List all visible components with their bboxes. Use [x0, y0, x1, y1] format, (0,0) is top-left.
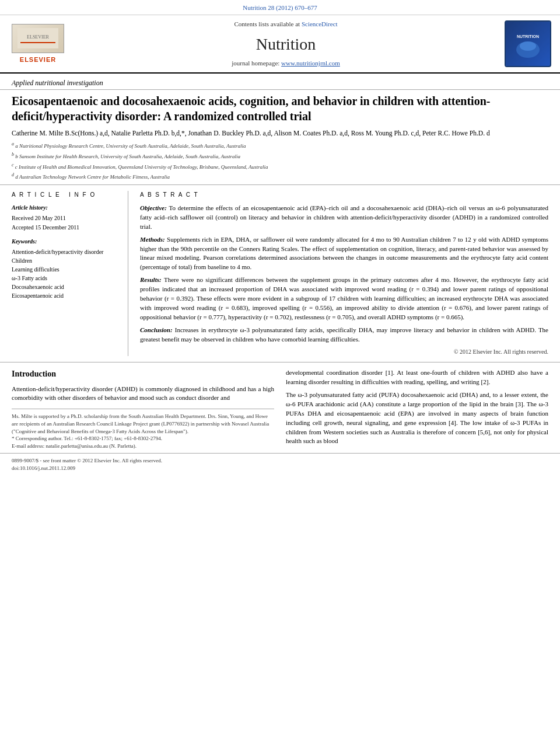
article-type: Applied nutritional investigation	[0, 74, 560, 90]
svg-text:ELSEVIER: ELSEVIER	[27, 34, 49, 40]
left-col: A R T I C L E I N F O Article history: R…	[12, 191, 128, 356]
keyword-6: Eicosapentaenoic acid	[12, 292, 119, 300]
methods-label: Methods:	[140, 236, 165, 243]
intro-right: developmental coordination disorder [1].…	[286, 368, 548, 450]
issn-line: 0899-9007/$ - see front matter © 2012 El…	[12, 457, 548, 465]
contents-text: Contents lists available at	[234, 20, 300, 27]
contents-line: Contents lists available at ScienceDirec…	[234, 20, 337, 29]
affiliation-c: c c Institute of Health and Biomedical I…	[12, 162, 548, 171]
bottom-bar: 0899-9007/$ - see front matter © 2012 El…	[0, 453, 560, 475]
authors-text: Catherine M. Milte B.Sc(Hons.) a,d, Nata…	[12, 130, 490, 137]
abstract-heading: A B S T R A C T	[140, 191, 548, 199]
results-text: There were no significant differences be…	[140, 276, 548, 320]
intro-section: Introduction Attention-deficit/hyperacti…	[0, 362, 560, 450]
header-section: ELSEVIER ELSEVIER Contents lists availab…	[0, 15, 560, 74]
page-container: Nutrition 28 (2012) 670–677 ELSEVIER ELS…	[0, 0, 560, 476]
article-info-heading: A R T I C L E I N F O	[12, 191, 119, 199]
affiliation-d: d d Australian Technology Network Centre…	[12, 172, 548, 181]
objective-text: To determine the effects of an eicosapen…	[140, 204, 548, 230]
intro-left: Introduction Attention-deficit/hyperacti…	[12, 368, 274, 450]
nutrition-badge: NUTRITION	[505, 20, 551, 67]
footnote-2: * Corresponding author. Tel.: +61-8-8302…	[12, 435, 274, 442]
accepted-date: Accepted 15 December 2011	[12, 224, 119, 232]
svg-text:NUTRITION: NUTRITION	[517, 34, 539, 39]
keyword-4: ω-3 Fatty acids	[12, 274, 119, 283]
abstract-objective: Objective: To determine the effects of a…	[140, 204, 548, 232]
copyright-line: © 2012 Elsevier Inc. All rights reserved…	[140, 348, 548, 356]
article-type-text: Applied nutritional investigation	[12, 79, 103, 87]
intro-para3: The ω-3 polyunsaturated fatty acid (PUFA…	[286, 391, 548, 447]
received-date: Received 20 May 2011	[12, 214, 119, 222]
sciencedirect-link[interactable]: ScienceDirect	[302, 20, 338, 27]
homepage-label: journal homepage:	[232, 60, 279, 67]
abstract-results: Results: There were no significant diffe…	[140, 276, 548, 322]
intro-heading: Introduction	[12, 368, 274, 380]
conclusion-label: Conclusion:	[140, 326, 173, 333]
results-label: Results:	[140, 276, 162, 283]
article-title-section: Eicosapentaenoic and docosahexaenoic aci…	[0, 90, 560, 185]
two-col-section: A R T I C L E I N F O Article history: R…	[0, 185, 560, 362]
doi-line: doi:10.1016/j.nut.2011.12.009	[12, 465, 548, 472]
keyword-3: Learning difficulties	[12, 266, 119, 274]
conclusion-text: Increases in erythrocyte ω-3 polyunsatur…	[140, 326, 548, 343]
journal-title-header: Nutrition	[256, 33, 316, 55]
elsevier-logo-box: ELSEVIER	[12, 24, 64, 53]
homepage-link[interactable]: www.nutritionjrnl.com	[281, 60, 340, 67]
keyword-1: Attention-deficit/hyperactivity disorder	[12, 248, 119, 256]
journal-homepage-line: journal homepage: www.nutritionjrnl.com	[232, 59, 340, 68]
methods-text: Supplements rich in EPA, DHA, or safflow…	[140, 236, 548, 271]
header-center: Contents lists available at ScienceDirec…	[76, 20, 496, 68]
right-col: A B S T R A C T Objective: To determine …	[140, 191, 548, 356]
footnote-area: Ms. Milte is supported by a Ph.D. schola…	[12, 409, 274, 449]
article-main-title: Eicosapentaenoic and docosahexaenoic aci…	[12, 93, 548, 124]
elsevier-brand: ELSEVIER	[20, 55, 56, 64]
article-authors: Catherine M. Milte B.Sc(Hons.) a,d, Nata…	[12, 128, 548, 138]
affiliation-b: b b Sansom Institute for Health Research…	[12, 151, 548, 161]
history-label: Article history:	[12, 204, 119, 212]
intro-para2: developmental coordination disorder [1].…	[286, 368, 548, 387]
journal-ref-bar: Nutrition 28 (2012) 670–677	[0, 0, 560, 15]
keyword-2: Children	[12, 257, 119, 265]
footnote-3: E-mail address: natalie.parletta@unisa.e…	[12, 442, 274, 450]
header-left: ELSEVIER ELSEVIER	[6, 20, 70, 68]
abstract-methods: Methods: Supplements rich in EPA, DHA, o…	[140, 235, 548, 273]
keywords-label: Keywords:	[12, 238, 119, 246]
svg-point-6	[520, 41, 536, 51]
intro-para1: Attention-deficit/hyperactivity disorder…	[12, 385, 274, 403]
keyword-5: Docosahexaenoic acid	[12, 283, 119, 291]
objective-label: Objective:	[140, 204, 167, 211]
header-right: NUTRITION	[502, 20, 554, 68]
journal-ref-text: Nutrition 28 (2012) 670–677	[243, 4, 317, 11]
affiliation-a: a a Nutritional Physiology Research Cent…	[12, 141, 548, 150]
abstract-conclusion: Conclusion: Increases in erythrocyte ω-3…	[140, 326, 548, 344]
footnote-1: Ms. Milte is supported by a Ph.D. schola…	[12, 413, 274, 435]
